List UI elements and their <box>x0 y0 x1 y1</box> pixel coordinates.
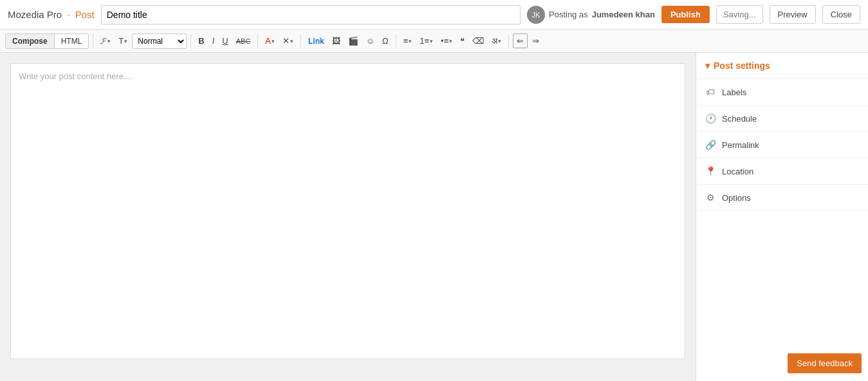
close-button[interactable]: Close <box>822 5 860 24</box>
clear-format-button[interactable]: ✕ ▾ <box>279 34 297 48</box>
labels-icon: 🏷 <box>705 87 716 97</box>
schedule-icon: 🕐 <box>705 113 716 124</box>
image-icon: 🖼 <box>332 36 340 46</box>
special-char-icon: Ω <box>382 36 389 46</box>
main-area: Write your post content here.... ▾ Post … <box>0 53 868 381</box>
app-name: Mozedia Pro <box>8 9 62 20</box>
sep3 <box>257 34 258 48</box>
sep6 <box>508 34 509 48</box>
more-icon: अ <box>492 36 497 46</box>
unordered-list-icon: •≡ <box>441 36 448 46</box>
posting-as-label: Posting as <box>549 10 588 19</box>
format-select[interactable]: Normal Heading 1 Heading 2 Heading 3 <box>132 33 187 49</box>
video-icon: 🎬 <box>348 36 358 46</box>
separator: · <box>67 9 69 20</box>
image-button[interactable]: 🖼 <box>329 34 344 48</box>
ltr-icon: ⇐ <box>517 36 524 46</box>
sidebar-header: ▾ Post settings <box>696 53 868 79</box>
link-button[interactable]: Link <box>305 35 328 48</box>
font-dropdown-arrow: ▾ <box>107 38 111 44</box>
sidebar-item-schedule-text: Schedule <box>722 114 757 124</box>
editor-placeholder: Write your post content here.... <box>19 71 133 81</box>
editor-content[interactable]: Write your post content here.... <box>10 63 685 359</box>
video-button[interactable]: 🎬 <box>345 34 362 48</box>
align-button[interactable]: ≡ ▾ <box>400 34 416 48</box>
sidebar-item-location[interactable]: 📍 Location <box>696 158 868 185</box>
remove-format-button[interactable]: ⌫ <box>469 34 487 48</box>
tab-html[interactable]: HTML <box>55 33 89 49</box>
post-title-input[interactable] <box>101 5 521 24</box>
app-title: Mozedia Pro · Post <box>8 9 95 20</box>
editor-area: Write your post content here.... <box>0 53 696 381</box>
bold-button[interactable]: B <box>195 34 207 48</box>
compose-html-tabs: Compose HTML <box>5 33 89 49</box>
emoji-icon: ☺ <box>366 36 374 46</box>
rtl-button[interactable]: ⇒ <box>529 34 542 48</box>
font-icon: 𝓕 <box>100 36 107 46</box>
options-icon: ⚙ <box>705 192 716 203</box>
sidebar-item-label-text: Labels <box>722 88 746 97</box>
ltr-button[interactable]: ⇐ <box>513 33 528 48</box>
heading-dropdown-arrow: ▾ <box>124 38 127 44</box>
clear-format-icon: ✕ <box>282 36 290 46</box>
saving-indicator: Saving... <box>716 5 763 24</box>
preview-button[interactable]: Preview <box>770 5 816 24</box>
posting-info: JK Posting as Jumedeen khan <box>527 6 655 24</box>
tab-compose[interactable]: Compose <box>5 33 55 49</box>
sep4 <box>300 34 301 48</box>
heading-button[interactable]: T ▾ <box>115 34 131 48</box>
publish-button[interactable]: Publish <box>661 6 710 23</box>
sidebar-item-options-text: Options <box>722 193 751 203</box>
rtl-icon: ⇒ <box>532 36 539 46</box>
sep2 <box>190 34 191 48</box>
sep1 <box>93 34 93 48</box>
strikethrough-button[interactable]: ABC <box>233 35 254 47</box>
avatar: JK <box>527 6 545 24</box>
editor-toolbar: Compose HTML 𝓕 ▾ T ▾ Normal Heading 1 He… <box>0 30 868 53</box>
underline-button[interactable]: U <box>219 34 231 48</box>
heading-icon: T <box>118 36 124 46</box>
special-char-button[interactable]: Ω <box>379 34 392 48</box>
font-family-button[interactable]: 𝓕 ▾ <box>97 34 114 48</box>
align-icon: ≡ <box>403 36 409 46</box>
permalink-icon: 🔗 <box>705 140 716 150</box>
location-icon: 📍 <box>705 166 716 176</box>
ordered-list-button[interactable]: 1≡ ▾ <box>416 34 436 48</box>
sidebar-title: Post settings <box>714 60 770 71</box>
unordered-list-button[interactable]: •≡ ▾ <box>438 34 456 48</box>
sidebar-item-permalink[interactable]: 🔗 Permalink <box>696 132 868 158</box>
sidebar-item-schedule[interactable]: 🕐 Schedule <box>696 106 868 132</box>
ordered-list-icon: 1≡ <box>420 36 429 46</box>
font-color-label: A <box>265 36 271 46</box>
send-feedback-button[interactable]: Send feedback <box>788 353 862 373</box>
sep5 <box>396 34 396 48</box>
sidebar-item-labels[interactable]: 🏷 Labels <box>696 79 868 106</box>
quote-icon: ❝ <box>460 36 465 46</box>
user-name: Jumedeen khan <box>592 10 655 19</box>
font-color-button[interactable]: A ▾ <box>262 34 278 48</box>
topbar: Mozedia Pro · Post JK Posting as Jumedee… <box>0 0 868 30</box>
remove-format-icon: ⌫ <box>472 36 484 46</box>
sidebar-collapse-icon[interactable]: ▾ <box>705 60 710 71</box>
sidebar-item-location-text: Location <box>722 167 753 176</box>
post-settings-sidebar: ▾ Post settings 🏷 Labels 🕐 Schedule 🔗 Pe… <box>696 53 868 381</box>
quote-button[interactable]: ❝ <box>457 34 468 48</box>
sidebar-item-permalink-text: Permalink <box>722 140 759 150</box>
sidebar-item-options[interactable]: ⚙ Options <box>696 185 868 211</box>
italic-button[interactable]: I <box>209 34 218 48</box>
more-button[interactable]: अ ▾ <box>488 34 504 48</box>
app-section: Post <box>75 9 95 20</box>
emoji-button[interactable]: ☺ <box>363 34 378 48</box>
